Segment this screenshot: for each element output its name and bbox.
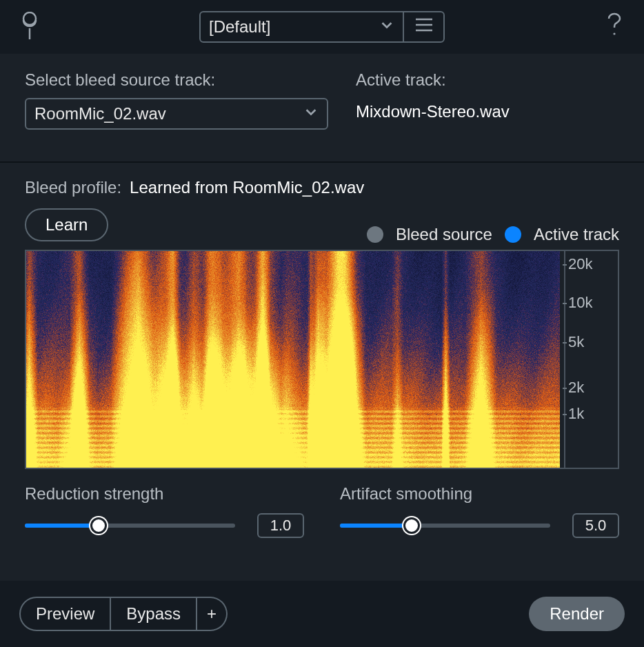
reduction-strength-value[interactable]: 1.0 bbox=[257, 513, 304, 538]
chevron-down-icon bbox=[379, 17, 394, 37]
menu-button[interactable] bbox=[403, 11, 445, 43]
freq-tick: 2k bbox=[568, 379, 584, 397]
active-track-legend-label: Active track bbox=[534, 225, 619, 244]
menu-icon bbox=[414, 17, 434, 37]
bleed-profile-label: Bleed profile: bbox=[25, 178, 121, 197]
frequency-axis: 20k10k5k2k1k bbox=[564, 251, 618, 468]
freq-tick: 5k bbox=[568, 333, 584, 351]
spectrogram-legend: Bleed source Active track bbox=[367, 225, 619, 244]
spectrogram-canvas bbox=[26, 251, 560, 468]
active-track-swatch bbox=[505, 226, 521, 243]
reduction-strength-slider[interactable] bbox=[25, 524, 235, 528]
freq-tick: 1k bbox=[568, 405, 584, 423]
action-footer: Preview Bypass + Render bbox=[0, 581, 644, 647]
active-track-value: Mixdown-Stereo.wav bbox=[356, 98, 510, 121]
svg-point-0 bbox=[23, 12, 36, 25]
learn-button[interactable]: Learn bbox=[25, 208, 108, 241]
bleed-profile-value: Learned from RoomMic_02.wav bbox=[130, 178, 364, 197]
bleed-profile-section: Bleed profile: Learned from RoomMic_02.w… bbox=[0, 163, 644, 566]
mic-icon bbox=[19, 12, 40, 42]
help-icon[interactable] bbox=[604, 11, 625, 43]
plus-icon: + bbox=[207, 604, 217, 624]
preview-button-group: Preview Bypass + bbox=[19, 597, 228, 631]
freq-tick: 20k bbox=[568, 255, 592, 273]
reduction-strength-label: Reduction strength bbox=[25, 484, 304, 504]
app-header: [Default] bbox=[0, 0, 644, 54]
preview-button[interactable]: Preview bbox=[19, 597, 111, 631]
spectrogram-display: 20k10k5k2k1k bbox=[25, 250, 619, 469]
source-track-label: Select bleed source track: bbox=[25, 70, 328, 90]
source-track-value: RoomMic_02.wav bbox=[34, 104, 166, 123]
render-button-label: Render bbox=[550, 604, 604, 624]
chevron-down-icon bbox=[303, 104, 319, 123]
preset-value: [Default] bbox=[209, 17, 270, 37]
artifact-smoothing-value[interactable]: 5.0 bbox=[572, 513, 619, 538]
artifact-smoothing-label: Artifact smoothing bbox=[340, 484, 619, 504]
artifact-smoothing-slider[interactable] bbox=[340, 524, 550, 528]
bypass-button-label: Bypass bbox=[126, 604, 181, 624]
compare-add-button[interactable]: + bbox=[197, 597, 228, 631]
bleed-source-swatch bbox=[367, 226, 383, 243]
source-track-select[interactable]: RoomMic_02.wav bbox=[25, 98, 328, 130]
render-button[interactable]: Render bbox=[529, 597, 625, 631]
bypass-button[interactable]: Bypass bbox=[111, 597, 197, 631]
track-selection-section: Select bleed source track: RoomMic_02.wa… bbox=[0, 54, 644, 161]
freq-tick: 10k bbox=[568, 294, 592, 312]
active-track-label: Active track: bbox=[356, 70, 510, 90]
bleed-source-legend-label: Bleed source bbox=[396, 225, 492, 244]
svg-point-5 bbox=[613, 32, 615, 34]
preview-button-label: Preview bbox=[36, 604, 94, 624]
preset-select[interactable]: [Default] bbox=[199, 11, 403, 43]
learn-button-label: Learn bbox=[46, 215, 88, 235]
